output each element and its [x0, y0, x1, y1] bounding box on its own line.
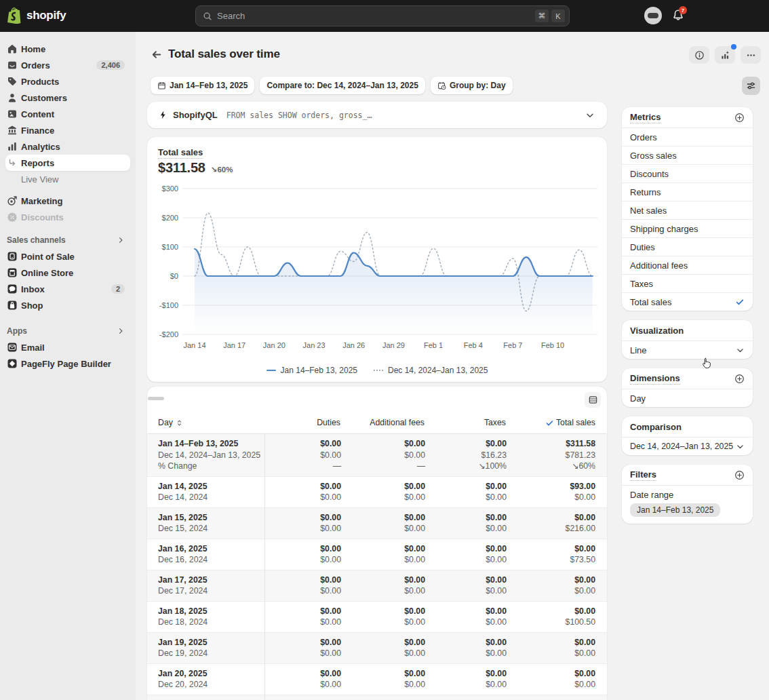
table-cell: $0.00	[264, 637, 341, 648]
metric-item-taxes[interactable]: Taxes	[622, 274, 753, 292]
sidebar-item-label: Finance	[21, 125, 54, 136]
sidebar-item-email[interactable]: Email	[5, 339, 130, 355]
comparison-value: Dec 14, 2024–Jan 13, 2025	[630, 442, 733, 451]
main-content: Total sales over time Jan 14–Feb 13, 202…	[136, 32, 769, 700]
sidebar-item-pagefly-page-builder[interactable]: PageFly Page Builder	[5, 355, 130, 372]
chart-legend: Jan 14–Feb 13, 2025Dec 14, 2024–Jan 13, …	[147, 366, 607, 375]
table-cell: $0.00	[341, 492, 425, 503]
customize-panel-toggle[interactable]	[742, 77, 760, 95]
chart-insights-button[interactable]	[715, 46, 735, 64]
metric-item-additional-fees[interactable]: Additional fees	[622, 256, 753, 274]
filter-value-pill[interactable]: Jan 14–Feb 13, 2025	[630, 503, 720, 517]
sidebar-item-label: Analytics	[21, 142, 60, 152]
table-row[interactable]: Jan 20, 2025$0.00$0.00$0.00$0.00Dec 20, …	[147, 664, 607, 695]
metric-item-net-sales[interactable]: Net sales	[622, 201, 753, 219]
table-cell: $0.00	[341, 668, 425, 680]
info-button[interactable]	[689, 46, 709, 64]
inbox-icon	[7, 284, 18, 294]
sidebar-item-analytics[interactable]: Analytics	[5, 138, 130, 155]
more-actions-button[interactable]	[741, 46, 761, 64]
sidebar-item-shop[interactable]: Shop	[5, 297, 130, 313]
table-summary-row[interactable]: Jan 14–Feb 13, 2025$0.00$0.00$0.00$311.5…	[147, 434, 607, 477]
sidebar-item-orders[interactable]: Orders2,406	[5, 57, 130, 73]
metric-item-shipping-charges[interactable]: Shipping charges	[622, 219, 753, 237]
table-cell: $0.00	[341, 606, 425, 617]
metric-label: Duties	[630, 242, 655, 252]
back-button[interactable]	[151, 49, 162, 60]
sidebar-item-products[interactable]: Products	[5, 73, 130, 90]
table-cell: $0.00	[341, 637, 425, 648]
table-row[interactable]: Jan 21, 2025$0.00$0.00$0.00$0.00Dec 21, …	[147, 695, 607, 700]
sidebar-item-discounts[interactable]: Discounts	[5, 209, 130, 225]
page-title: Total sales over time	[168, 47, 280, 61]
metric-label: Net sales	[630, 206, 667, 216]
metric-item-returns[interactable]: Returns	[622, 182, 753, 201]
table-row[interactable]: Jan 18, 2025$0.00$0.00$0.00$0.00Dec 18, …	[147, 602, 607, 633]
column-header[interactable]: Duties	[264, 418, 341, 427]
metric-label: Total sales	[630, 297, 671, 307]
visualization-select[interactable]: Line	[622, 341, 753, 359]
table-cell: $0.00	[425, 648, 507, 659]
store-avatar[interactable]	[644, 7, 662, 24]
svg-text:$300: $300	[162, 184, 178, 193]
column-header[interactable]: Additional fees	[341, 418, 425, 427]
chevron-down-icon[interactable]	[585, 111, 595, 120]
add-filter-button[interactable]	[734, 470, 745, 480]
sidebar-item-reports[interactable]: Reports	[5, 155, 130, 171]
dimension-item[interactable]: Day	[622, 389, 753, 407]
sidebar-item-label: Customers	[21, 93, 67, 103]
add-metric-button[interactable]	[734, 113, 745, 123]
top-bar: shopify Search ⌘ K 7	[0, 0, 769, 32]
metric-item-total-sales[interactable]: Total sales	[622, 292, 753, 311]
add-dimension-button[interactable]	[734, 374, 745, 384]
table-cell: Dec 14, 2024–Jan 13, 2025	[147, 450, 264, 461]
sidebar-item-live-view[interactable]: Live View	[5, 171, 130, 187]
compare-chip[interactable]: Compare to: Dec 14, 2024–Jan 13, 2025	[260, 77, 425, 94]
table-cell: Jan 17, 2025	[147, 575, 264, 586]
search-input[interactable]: Search ⌘ K	[195, 5, 570, 26]
notifications-button[interactable]: 7	[672, 9, 684, 24]
sidebar-item-finance[interactable]: Finance	[5, 122, 130, 138]
metric-item-orders[interactable]: Orders	[622, 128, 753, 146]
table-cell: $0.00	[264, 450, 341, 461]
sidebar-item-online-store[interactable]: Online Store	[5, 265, 130, 281]
column-header[interactable]: Taxes	[425, 418, 507, 427]
sidebar-section-apps[interactable]: Apps	[5, 323, 130, 339]
column-header[interactable]: Total sales	[507, 418, 607, 427]
table-cell: $0.00	[507, 492, 607, 503]
table-row[interactable]: Jan 19, 2025$0.00$0.00$0.00$0.00Dec 19, …	[147, 633, 607, 664]
table-display-button[interactable]	[585, 392, 601, 408]
table-cell: Jan 18, 2025	[147, 606, 264, 617]
sidebar-section-sales-channels[interactable]: Sales channels	[5, 232, 130, 248]
table-row[interactable]: Jan 17, 2025$0.00$0.00$0.00$0.00Dec 17, …	[147, 570, 607, 602]
sidebar-item-customers[interactable]: Customers	[5, 90, 130, 106]
sidebar-item-inbox[interactable]: Inbox2	[5, 281, 130, 297]
table-scrollbar[interactable]	[148, 397, 164, 400]
metric-item-duties[interactable]: Duties	[622, 237, 753, 256]
shopifyql-bar[interactable]: ShopifyQL FROM sales SHOW orders, gross_…	[147, 102, 607, 128]
sidebar-item-marketing[interactable]: Marketing	[5, 193, 130, 209]
comparison-select[interactable]: Dec 14, 2024–Jan 13, 2025	[622, 437, 753, 455]
comparison-card: Comparison Dec 14, 2024–Jan 13, 2025	[622, 416, 753, 455]
sidebar-item-point-of-sale[interactable]: Point of Sale	[5, 248, 130, 265]
table-cell: Jan 16, 2025	[147, 543, 264, 555]
metric-item-discounts[interactable]: Discounts	[622, 164, 753, 182]
metric-label: Returns	[630, 187, 661, 197]
table-row[interactable]: Jan 15, 2025$0.00$0.00$0.00$0.00Dec 15, …	[147, 508, 607, 539]
table-cell: $0.00	[507, 543, 607, 555]
table-cell: $0.00	[507, 637, 607, 648]
shopify-logo[interactable]: shopify	[7, 7, 66, 24]
svg-text:Jan 17: Jan 17	[223, 341, 245, 349]
sidebar-item-home[interactable]: Home	[5, 41, 130, 57]
metric-item-gross-sales[interactable]: Gross sales	[622, 146, 753, 164]
table-row[interactable]: Jan 16, 2025$0.00$0.00$0.00$0.00Dec 16, …	[147, 539, 607, 570]
svg-text:-$200: -$200	[159, 330, 178, 338]
table-row[interactable]: Jan 14, 2025$0.00$0.00$0.00$93.00Dec 14,…	[147, 477, 607, 508]
group-by-chip[interactable]: Group by: Day	[431, 77, 513, 94]
column-header-day[interactable]: Day	[147, 418, 264, 427]
compare-label: Compare to: Dec 14, 2024–Jan 13, 2025	[267, 81, 418, 90]
date-range-chip[interactable]: Jan 14–Feb 13, 2025	[151, 77, 254, 94]
table-cell: $0.00	[264, 543, 341, 555]
email-icon	[7, 342, 18, 353]
sidebar-item-content[interactable]: Content	[5, 106, 130, 122]
